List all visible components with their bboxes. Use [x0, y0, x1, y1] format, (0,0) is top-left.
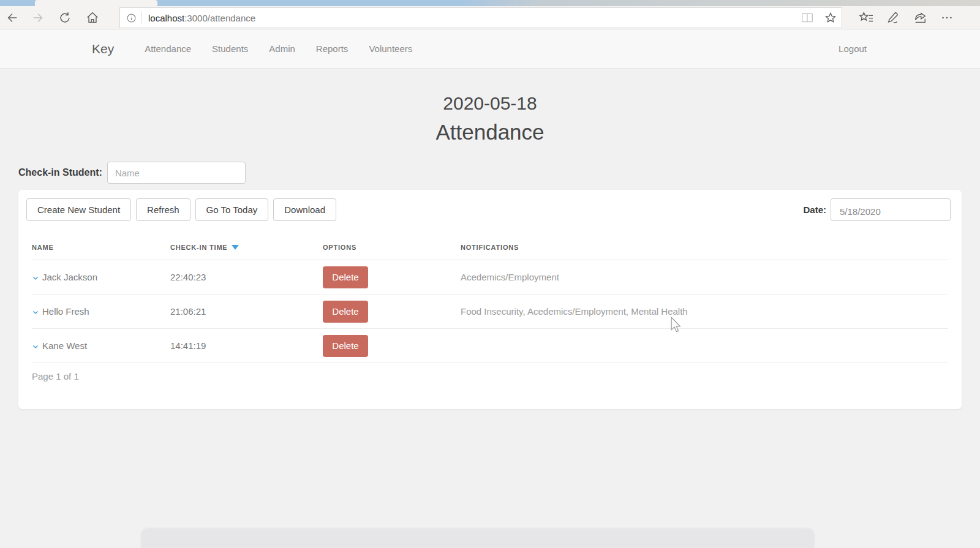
pagination-status: Page 1 of 1	[18, 363, 962, 381]
video-overlay-bar	[141, 528, 815, 548]
checkin-student-label: Check-in Student:	[18, 167, 102, 178]
hub-icon[interactable]	[859, 10, 873, 25]
table-row: Hello Fresh 21:06:21 Delete Food Insecur…	[32, 295, 948, 329]
column-header-checkin-time[interactable]: CHECK-IN TIME	[170, 244, 323, 251]
delete-button[interactable]: Delete	[323, 301, 368, 323]
brand-logo[interactable]: Key	[92, 42, 114, 56]
column-header-options[interactable]: OPTIONS	[323, 244, 461, 251]
back-icon[interactable]	[5, 10, 20, 25]
column-header-name[interactable]: NAME	[32, 244, 170, 251]
nav-item-volunteers[interactable]: Volunteers	[369, 43, 412, 54]
student-name[interactable]: Jack Jackson	[42, 272, 97, 282]
browser-active-tab[interactable]	[35, 0, 157, 6]
address-bar-divider	[141, 12, 142, 24]
notifications-text: Food Insecurity, Acedemics/Employment, M…	[461, 306, 948, 317]
checkin-name-input[interactable]	[107, 162, 246, 184]
nav-item-attendance[interactable]: Attendance	[145, 43, 191, 54]
nav-item-admin[interactable]: Admin	[269, 43, 295, 54]
checkin-time: 22:40:23	[170, 272, 323, 282]
chevron-down-icon[interactable]	[32, 343, 39, 350]
forward-icon[interactable]	[31, 10, 45, 25]
create-new-student-button[interactable]: Create New Student	[26, 198, 131, 221]
date-label: Date:	[803, 205, 826, 215]
annotate-pen-icon[interactable]	[886, 10, 900, 25]
date-input[interactable]	[831, 198, 951, 221]
attendance-page: 2020-05-18 Attendance Check-in Student: …	[0, 69, 980, 548]
sort-desc-icon[interactable]	[232, 245, 239, 250]
checkin-time: 21:06:21	[170, 306, 323, 317]
date-heading: 2020-05-18	[0, 93, 980, 114]
reading-view-icon[interactable]	[801, 12, 813, 23]
table-header-row: NAME CHECK-IN TIME OPTIONS NOTIFICATIONS	[32, 235, 948, 260]
more-ellipsis-icon[interactable]	[940, 10, 954, 25]
info-icon[interactable]	[126, 13, 137, 23]
chevron-down-icon[interactable]	[32, 309, 39, 316]
checkin-time: 14:41:19	[170, 340, 323, 351]
chevron-down-icon[interactable]	[32, 274, 39, 282]
address-bar[interactable]: localhost:3000/attendance	[119, 7, 842, 28]
refresh-button[interactable]: Refresh	[136, 198, 190, 221]
download-button[interactable]: Download	[273, 198, 336, 221]
delete-button[interactable]: Delete	[323, 266, 368, 288]
column-header-notifications[interactable]: NOTIFICATIONS	[461, 244, 948, 251]
nav-item-reports[interactable]: Reports	[316, 43, 349, 54]
go-to-today-button[interactable]: Go To Today	[195, 198, 269, 221]
attendance-card: Create New Student Refresh Go To Today D…	[18, 190, 962, 409]
share-icon[interactable]	[913, 10, 927, 25]
url-text[interactable]: localhost:3000/attendance	[148, 13, 255, 23]
logout-link[interactable]: Logout	[839, 43, 867, 54]
browser-toolbar: localhost:3000/attendance	[0, 6, 980, 29]
table-row: Kane West 14:41:19 Delete	[32, 329, 948, 363]
page-title: Attendance	[0, 120, 980, 145]
nav-item-students[interactable]: Students	[212, 43, 248, 54]
home-icon[interactable]	[85, 10, 100, 25]
refresh-icon[interactable]	[58, 10, 72, 25]
url-path: :3000/attendance	[184, 13, 255, 23]
favorite-star-icon[interactable]	[824, 12, 837, 24]
url-host: localhost	[148, 13, 184, 23]
site-navbar: Key Attendance Students Admin Reports Vo…	[0, 29, 980, 69]
table-row: Jack Jackson 22:40:23 Delete Acedemics/E…	[32, 260, 948, 295]
delete-button[interactable]: Delete	[323, 335, 368, 357]
notifications-text: Acedemics/Employment	[461, 272, 948, 282]
student-name[interactable]: Kane West	[42, 340, 87, 351]
student-name[interactable]: Hello Fresh	[42, 306, 89, 317]
browser-tab-strip	[0, 0, 980, 6]
